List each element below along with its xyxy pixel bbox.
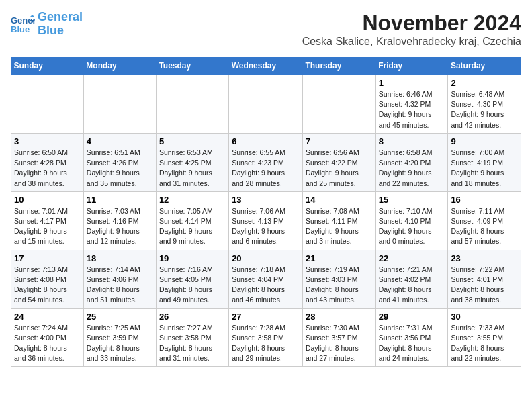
day-info: Sunrise: 7:24 AMSunset: 4:00 PMDaylight:… xyxy=(14,323,81,364)
day-number: 17 xyxy=(14,253,81,263)
calendar-table: Sunday Monday Tuesday Wednesday Thursday… xyxy=(11,57,521,367)
calendar-cell: 26Sunrise: 7:27 AMSunset: 3:58 PMDayligh… xyxy=(156,308,228,367)
day-info: Sunrise: 6:58 AMSunset: 4:20 PMDaylight:… xyxy=(379,148,445,189)
svg-text:Blue: Blue xyxy=(11,24,30,34)
day-number: 10 xyxy=(14,195,81,205)
calendar-cell: 20Sunrise: 7:18 AMSunset: 4:04 PMDayligh… xyxy=(229,250,303,308)
day-number: 14 xyxy=(306,195,373,205)
calendar-cell xyxy=(83,75,156,134)
day-number: 27 xyxy=(232,312,300,322)
calendar-week-4: 17Sunrise: 7:13 AMSunset: 4:08 PMDayligh… xyxy=(11,250,521,308)
day-info: Sunrise: 6:51 AMSunset: 4:26 PMDaylight:… xyxy=(87,148,153,189)
calendar-cell: 27Sunrise: 7:28 AMSunset: 3:58 PMDayligh… xyxy=(229,308,303,367)
day-number: 29 xyxy=(379,312,445,322)
header-wednesday: Wednesday xyxy=(229,57,303,75)
day-number: 28 xyxy=(306,312,373,322)
day-info: Sunrise: 7:00 AMSunset: 4:19 PMDaylight:… xyxy=(451,148,518,189)
day-number: 7 xyxy=(306,136,373,146)
weekday-header-row: Sunday Monday Tuesday Wednesday Thursday… xyxy=(11,57,521,75)
day-info: Sunrise: 7:19 AMSunset: 4:03 PMDaylight:… xyxy=(306,265,373,306)
logo-icon: General Blue xyxy=(11,15,35,34)
day-number: 11 xyxy=(87,195,153,205)
day-number: 4 xyxy=(87,136,153,146)
day-info: Sunrise: 7:03 AMSunset: 4:16 PMDaylight:… xyxy=(87,206,153,247)
day-info: Sunrise: 6:48 AMSunset: 4:30 PMDaylight:… xyxy=(451,89,518,130)
calendar-cell: 17Sunrise: 7:13 AMSunset: 4:08 PMDayligh… xyxy=(11,250,84,308)
calendar-cell: 3Sunrise: 6:50 AMSunset: 4:28 PMDaylight… xyxy=(11,133,84,191)
calendar-cell: 30Sunrise: 7:33 AMSunset: 3:55 PMDayligh… xyxy=(448,308,521,367)
calendar-cell: 14Sunrise: 7:08 AMSunset: 4:11 PMDayligh… xyxy=(302,191,375,250)
day-number: 3 xyxy=(14,136,81,146)
calendar-cell: 29Sunrise: 7:31 AMSunset: 3:56 PMDayligh… xyxy=(375,308,448,367)
logo: General Blue General Blue xyxy=(11,11,83,38)
day-info: Sunrise: 7:18 AMSunset: 4:04 PMDaylight:… xyxy=(232,265,300,306)
day-number: 8 xyxy=(379,136,445,146)
calendar-cell: 5Sunrise: 6:53 AMSunset: 4:25 PMDaylight… xyxy=(156,133,228,191)
calendar-cell: 22Sunrise: 7:21 AMSunset: 4:02 PMDayligh… xyxy=(375,250,448,308)
day-info: Sunrise: 7:33 AMSunset: 3:55 PMDaylight:… xyxy=(451,323,518,364)
day-number: 16 xyxy=(451,195,518,205)
day-number: 25 xyxy=(87,312,153,322)
calendar-cell: 4Sunrise: 6:51 AMSunset: 4:26 PMDaylight… xyxy=(83,133,156,191)
calendar-cell: 15Sunrise: 7:10 AMSunset: 4:10 PMDayligh… xyxy=(375,191,448,250)
day-info: Sunrise: 7:22 AMSunset: 4:01 PMDaylight:… xyxy=(451,265,518,306)
calendar-week-3: 10Sunrise: 7:01 AMSunset: 4:17 PMDayligh… xyxy=(11,191,521,250)
day-info: Sunrise: 6:50 AMSunset: 4:28 PMDaylight:… xyxy=(14,148,81,189)
day-number: 13 xyxy=(232,195,300,205)
day-info: Sunrise: 6:56 AMSunset: 4:22 PMDaylight:… xyxy=(306,148,373,189)
header-thursday: Thursday xyxy=(302,57,375,75)
header-monday: Monday xyxy=(83,57,156,75)
day-number: 6 xyxy=(232,136,300,146)
calendar-cell xyxy=(302,75,375,134)
calendar-cell xyxy=(156,75,228,134)
day-number: 23 xyxy=(451,253,518,263)
calendar-cell: 6Sunrise: 6:55 AMSunset: 4:23 PMDaylight… xyxy=(229,133,303,191)
month-title: November 2024 xyxy=(302,11,521,36)
day-number: 2 xyxy=(451,78,518,88)
calendar-cell: 8Sunrise: 6:58 AMSunset: 4:20 PMDaylight… xyxy=(375,133,448,191)
logo-line1: General xyxy=(38,10,83,24)
day-number: 20 xyxy=(232,253,300,263)
calendar-cell: 16Sunrise: 7:11 AMSunset: 4:09 PMDayligh… xyxy=(448,191,521,250)
day-info: Sunrise: 7:16 AMSunset: 4:05 PMDaylight:… xyxy=(159,265,226,306)
day-number: 22 xyxy=(379,253,445,263)
day-number: 12 xyxy=(159,195,226,205)
day-info: Sunrise: 7:11 AMSunset: 4:09 PMDaylight:… xyxy=(451,206,518,247)
day-number: 9 xyxy=(451,136,518,146)
calendar-cell: 12Sunrise: 7:05 AMSunset: 4:14 PMDayligh… xyxy=(156,191,228,250)
calendar-cell xyxy=(229,75,303,134)
calendar-cell: 23Sunrise: 7:22 AMSunset: 4:01 PMDayligh… xyxy=(448,250,521,308)
calendar-cell: 1Sunrise: 6:46 AMSunset: 4:32 PMDaylight… xyxy=(375,75,448,134)
day-info: Sunrise: 7:08 AMSunset: 4:11 PMDaylight:… xyxy=(306,206,373,247)
day-number: 26 xyxy=(159,312,226,322)
calendar-cell: 10Sunrise: 7:01 AMSunset: 4:17 PMDayligh… xyxy=(11,191,84,250)
day-info: Sunrise: 7:14 AMSunset: 4:06 PMDaylight:… xyxy=(87,265,153,306)
day-info: Sunrise: 6:46 AMSunset: 4:32 PMDaylight:… xyxy=(379,89,445,130)
location-title: Ceska Skalice, Kralovehradecky kraj, Cze… xyxy=(302,36,521,48)
calendar-week-1: 1Sunrise: 6:46 AMSunset: 4:32 PMDaylight… xyxy=(11,75,521,134)
day-number: 5 xyxy=(159,136,226,146)
day-info: Sunrise: 7:21 AMSunset: 4:02 PMDaylight:… xyxy=(379,265,445,306)
day-info: Sunrise: 7:10 AMSunset: 4:10 PMDaylight:… xyxy=(379,206,445,247)
calendar-cell: 18Sunrise: 7:14 AMSunset: 4:06 PMDayligh… xyxy=(83,250,156,308)
title-section: November 2024 Ceska Skalice, Kralovehrad… xyxy=(302,11,521,53)
calendar-cell: 11Sunrise: 7:03 AMSunset: 4:16 PMDayligh… xyxy=(83,191,156,250)
day-number: 30 xyxy=(451,312,518,322)
logo-line2: Blue xyxy=(38,24,64,37)
day-info: Sunrise: 7:01 AMSunset: 4:17 PMDaylight:… xyxy=(14,206,81,247)
header-sunday: Sunday xyxy=(11,57,84,75)
day-info: Sunrise: 7:28 AMSunset: 3:58 PMDaylight:… xyxy=(232,323,300,364)
day-info: Sunrise: 7:06 AMSunset: 4:13 PMDaylight:… xyxy=(232,206,300,247)
day-info: Sunrise: 7:31 AMSunset: 3:56 PMDaylight:… xyxy=(379,323,445,364)
day-number: 15 xyxy=(379,195,445,205)
calendar-cell: 13Sunrise: 7:06 AMSunset: 4:13 PMDayligh… xyxy=(229,191,303,250)
calendar-cell: 9Sunrise: 7:00 AMSunset: 4:19 PMDaylight… xyxy=(448,133,521,191)
day-number: 18 xyxy=(87,253,153,263)
calendar-cell: 21Sunrise: 7:19 AMSunset: 4:03 PMDayligh… xyxy=(302,250,375,308)
calendar-cell: 7Sunrise: 6:56 AMSunset: 4:22 PMDaylight… xyxy=(302,133,375,191)
day-info: Sunrise: 7:05 AMSunset: 4:14 PMDaylight:… xyxy=(159,206,226,247)
calendar-cell: 19Sunrise: 7:16 AMSunset: 4:05 PMDayligh… xyxy=(156,250,228,308)
header-tuesday: Tuesday xyxy=(156,57,228,75)
calendar-cell: 28Sunrise: 7:30 AMSunset: 3:57 PMDayligh… xyxy=(302,308,375,367)
calendar-cell: 24Sunrise: 7:24 AMSunset: 4:00 PMDayligh… xyxy=(11,308,84,367)
